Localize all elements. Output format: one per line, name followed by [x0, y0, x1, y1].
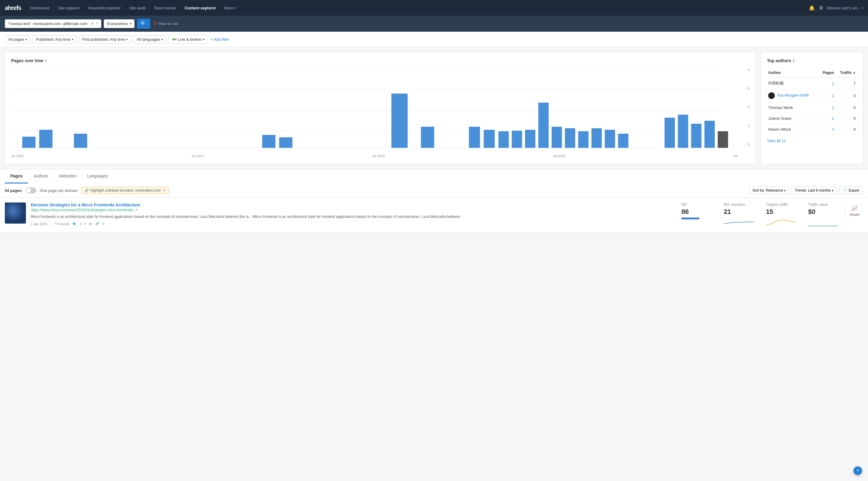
- help-circle-icon: ❓: [153, 22, 157, 26]
- svg-rect-9: [279, 137, 292, 148]
- svg-rect-23: [618, 134, 628, 148]
- logo-text: ahrefs: [5, 4, 21, 11]
- search-query-box[interactable]: "monica lent" -monicalent.com -affilimat…: [5, 19, 101, 28]
- tab-languages[interactable]: Languages: [82, 169, 114, 183]
- nav-rank-tracker[interactable]: Rank tracker: [151, 4, 179, 12]
- live-broken-filter[interactable]: ● ● Live & broken ▾: [168, 35, 208, 44]
- search-button[interactable]: 🔍: [137, 19, 150, 29]
- top-navigation: ahrefs Dashboard Site explorer Keywords …: [0, 0, 868, 16]
- tab-authors[interactable]: Authors: [28, 169, 53, 183]
- filters-bar: All pages ▾ Published: Any time ▾ First …: [0, 32, 868, 47]
- author-pages: 1: [818, 89, 835, 102]
- nav-keywords-explorer[interactable]: Keywords explorer: [85, 4, 124, 12]
- chevron-down-icon: ▾: [234, 6, 236, 10]
- sort-by-button[interactable]: Sort by: Relevance ▾: [749, 186, 789, 194]
- svg-rect-11: [421, 127, 434, 148]
- svg-rect-6: [39, 130, 53, 148]
- external-link-icon: ↗: [135, 208, 138, 212]
- tab-websites[interactable]: Websites: [54, 169, 82, 183]
- metric-organic-traffic: Organic traffic 15: [766, 203, 796, 228]
- result-card: Decision Strategies for a Micro Frontend…: [0, 198, 868, 233]
- svg-rect-14: [499, 131, 509, 148]
- result-title[interactable]: Decision Strategies for a Micro Frontend…: [31, 203, 677, 207]
- svg-rect-18: [552, 127, 562, 148]
- user-account[interactable]: Monica Lent's wo... ▾: [827, 6, 863, 10]
- thumbnail-image: [5, 203, 26, 223]
- chart-title: Pages over time ℹ: [11, 58, 749, 63]
- dr-bar: [681, 217, 700, 219]
- export-button[interactable]: 📄 Export: [839, 186, 863, 194]
- svg-rect-20: [578, 131, 588, 148]
- logo[interactable]: ahrefs: [5, 4, 21, 11]
- table-toolbar: 54 pages One page per domain 🔗 Highlight…: [0, 183, 868, 198]
- top-authors-panel: Top authors ℹ Author Pages Traffic 外部転載 …: [761, 52, 863, 164]
- nav-more[interactable]: More ▾: [221, 4, 239, 12]
- chart-help-icon[interactable]: ℹ: [45, 59, 47, 63]
- author-pages: 1: [818, 124, 835, 135]
- svg-rect-10: [392, 94, 408, 148]
- red-dot-icon: ●: [175, 37, 177, 41]
- col-traffic[interactable]: Traffic: [835, 68, 857, 78]
- result-metrics: DR 86 Ref. domains 21 Organic traffic 15…: [681, 203, 838, 228]
- chart-y-labels: 8 6 4 2 0: [748, 68, 749, 152]
- details-button[interactable]: 📈 Details: [845, 203, 863, 219]
- svg-rect-27: [705, 121, 715, 148]
- svg-rect-25: [678, 115, 688, 148]
- result-body: Decision Strategies for a Micro Frontend…: [31, 203, 677, 226]
- author-name: Haven Alford: [767, 124, 818, 135]
- svg-rect-5: [22, 137, 36, 148]
- add-filter-button[interactable]: + Add filter: [211, 37, 229, 42]
- remove-highlight-icon[interactable]: ✕: [162, 188, 165, 192]
- chevron-down-icon: ▾: [126, 38, 128, 41]
- query-help-icon[interactable]: ?: [96, 22, 98, 26]
- svg-rect-8: [262, 135, 275, 148]
- location-dropdown[interactable]: Everywhere ▾: [104, 19, 134, 28]
- svg-rect-28: [718, 131, 728, 148]
- search-bar: "monica lent" -monicalent.com -affilimat…: [0, 16, 868, 32]
- notification-icon[interactable]: 🔔: [809, 5, 815, 11]
- main-content: Pages over time ℹ: [0, 47, 868, 169]
- svg-rect-26: [691, 124, 702, 148]
- tab-pages[interactable]: Pages: [5, 169, 28, 183]
- chart-area: 8 6 4 2 0: [11, 68, 749, 152]
- result-word-count: 778 words: [54, 222, 70, 226]
- monitor-icon[interactable]: 🖥: [818, 5, 824, 10]
- nav-dashboard[interactable]: Dashboard: [27, 4, 53, 12]
- nav-content-explorer[interactable]: Content explorer: [182, 4, 219, 12]
- all-pages-filter[interactable]: All pages ▾: [5, 35, 30, 43]
- chart-panel: Pages over time ℹ: [5, 52, 756, 164]
- result-url: https://www.infoq.com/news/2020/01/strat…: [31, 208, 677, 212]
- result-thumbnail: [5, 203, 26, 223]
- view-all-authors-link[interactable]: View all 11: [767, 139, 857, 143]
- nav-site-audit[interactable]: Site audit: [126, 4, 148, 12]
- svg-rect-21: [591, 128, 602, 148]
- svg-rect-16: [525, 130, 535, 148]
- all-languages-filter[interactable]: All languages ▾: [133, 35, 166, 43]
- author-traffic: 7: [835, 78, 857, 89]
- svg-rect-19: [565, 128, 575, 148]
- page-count: 54 pages: [5, 188, 22, 193]
- col-author: Author: [767, 68, 818, 78]
- authors-help-icon[interactable]: ℹ: [793, 59, 795, 63]
- svg-rect-12: [469, 127, 480, 148]
- svg-rect-24: [664, 118, 675, 148]
- how-to-link[interactable]: ❓ How to use: [153, 22, 178, 26]
- svg-rect-22: [605, 130, 615, 148]
- one-per-domain-toggle[interactable]: [25, 187, 36, 193]
- author-row: 外部転載 1 7: [767, 78, 857, 89]
- metric-traffic-value: Traffic value $0: [808, 203, 838, 228]
- trends-button[interactable]: Trends: Last 6 months ▾: [792, 186, 837, 194]
- author-name: Jolene Grace: [767, 113, 818, 124]
- author-row: Jolene Grace 1 0: [767, 113, 857, 124]
- published-filter[interactable]: Published: Any time ▾: [33, 35, 76, 43]
- author-avatar: [768, 92, 775, 99]
- author-name: 外部転載: [767, 78, 818, 89]
- toolbar-right: Sort by: Relevance ▾ Trends: Last 6 mont…: [749, 186, 863, 194]
- result-date: 1 Jan 2020: [31, 222, 47, 226]
- nav-site-explorer[interactable]: Site explorer: [55, 4, 83, 12]
- chevron-down-icon: ▾: [130, 22, 131, 25]
- ref-domains-sparkline: [723, 217, 754, 227]
- clear-query-icon[interactable]: ✕: [91, 22, 94, 26]
- export-icon: 📄: [843, 188, 847, 192]
- first-published-filter[interactable]: First published: Any time ▾: [79, 35, 131, 43]
